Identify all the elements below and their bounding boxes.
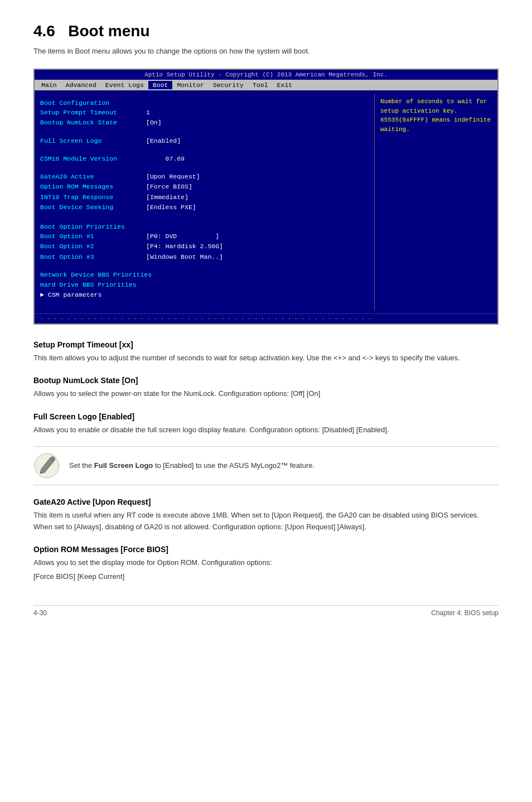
heading-option-rom: Option ROM Messages [Force BIOS] — [33, 545, 499, 554]
bios-row-int19: INT19 Trap Response [Immediate] — [40, 192, 369, 202]
intro-text: The items in Boot menu allows you to cha… — [33, 47, 499, 55]
heading-setup-prompt: Setup Prompt Timeout [xx] — [33, 340, 499, 349]
bios-screenshot: Aptio Setup Utility - Copyright (C) 2013… — [33, 69, 499, 325]
menu-security[interactable]: Security — [209, 81, 248, 89]
bios-body: Boot Configuration Setup Prompt Timeout … — [35, 90, 497, 313]
bios-left-panel: Boot Configuration Setup Prompt Timeout … — [35, 94, 375, 310]
heading-numlock: Bootup NumLock State [On] — [33, 376, 499, 385]
footer-bar: 4-30 Chapter 4: BIOS setup — [33, 605, 499, 617]
bios-section-boot-config: Boot Configuration — [40, 99, 369, 107]
bios-row-prompt-timeout: Setup Prompt Timeout 1 — [40, 108, 369, 117]
menu-monitor[interactable]: Monitor — [172, 81, 208, 89]
bios-row-numlock: Bootup NumLock State [On] — [40, 118, 369, 127]
bios-row-option-rom: Option ROM Messages [Force BIOS] — [40, 182, 369, 191]
menu-main[interactable]: Main — [37, 81, 61, 89]
body-fullscreen-logo: Allows you to enable or disable the full… — [33, 424, 499, 436]
bios-row-boot-opt2: Boot Option #2 [P4: Harddisk 2.50G] — [40, 241, 369, 251]
footer-chapter: Chapter 4: BIOS setup — [431, 609, 499, 617]
menu-event-logs[interactable]: Event Logs — [101, 81, 148, 89]
bios-menubar: Main Advanced Event Logs Boot Monitor Se… — [35, 80, 497, 90]
body-option-rom-values: [Force BIOS] [Keep Current] — [33, 571, 499, 583]
bios-titlebar: Aptio Setup Utility - Copyright (C) 2013… — [35, 70, 497, 80]
menu-advanced[interactable]: Advanced — [61, 81, 101, 89]
section-title: 4.6 Boot menu — [33, 22, 499, 40]
bios-row-boot-opt3: Boot Option #3 [Windows Boot Man..] — [40, 252, 369, 262]
bios-row-csm[interactable]: ► CSM parameters — [40, 290, 369, 299]
note-bold: Full Screen Logo — [94, 461, 153, 470]
bios-row-network-bbs[interactable]: Network Device BBS Priorities — [40, 270, 369, 279]
note-text: Set the Full Screen Logo to [Enabled] to… — [69, 461, 315, 470]
heading-gatea20: GateA20 Active [Upon Request] — [33, 497, 499, 506]
body-gatea20: This item is useful when any RT code is … — [33, 510, 499, 533]
footer-page: 4-30 — [33, 609, 47, 617]
bios-row-harddrive-bbs[interactable]: Hard Drive BBS Priorities — [40, 280, 369, 289]
note-icon — [33, 452, 60, 479]
body-numlock: Allows you to select the power-on state … — [33, 388, 499, 400]
bios-footer: - - - - - - - - - - - - - - - - - - - - … — [35, 313, 497, 323]
bios-section-boot-priorities: Boot Option Priorities — [40, 223, 369, 230]
heading-fullscreen-logo: Full Screen Logo [Enabled] — [33, 412, 499, 421]
bios-row-fullscreen: Full Screen Logo [Enabled] — [40, 136, 369, 146]
bios-row-csm16: CSM16 Module Version 07.69 — [40, 154, 369, 163]
menu-exit[interactable]: Exit — [273, 81, 297, 89]
bios-row-boot-opt1: Boot Option #1 [P0: DVD ] — [40, 231, 369, 241]
menu-tool[interactable]: Tool — [248, 81, 273, 89]
bios-row-boot-seeking: Boot Device Seeking [Endless PXE] — [40, 202, 369, 212]
bios-row-gatea20: GateA20 Active [Upon Request] — [40, 172, 369, 181]
body-option-rom: Allows you to set the display mode for O… — [33, 557, 499, 569]
menu-boot[interactable]: Boot — [148, 81, 173, 89]
feather-icon — [33, 452, 60, 479]
body-setup-prompt: This item allows you to adjust the numbe… — [33, 352, 499, 364]
bios-right-panel: Number of seconds to wait for setup acti… — [375, 94, 497, 310]
note-box: Set the Full Screen Logo to [Enabled] to… — [33, 446, 499, 485]
